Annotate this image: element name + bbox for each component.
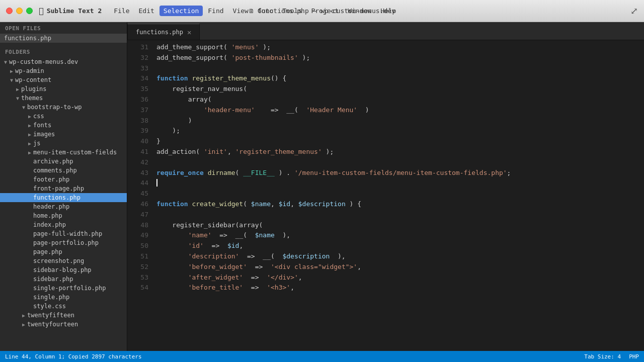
expand-arrow: ▶ [8, 68, 15, 74]
sidebar: OPEN FILES functions.php FOLDERS ▼ wp-cu… [0, 22, 127, 351]
close-button[interactable] [6, 8, 13, 14]
menu-edit[interactable]: Edit [135, 6, 158, 16]
editor-area[interactable]: functions.php ✕ 31 32 33 34 35 36 37 38 … [127, 22, 644, 351]
tree-item-single[interactable]: single.php [0, 293, 127, 302]
tree-item-header[interactable]: header.php [0, 202, 127, 211]
tree-item-page-full-width[interactable]: page-full-width.php [0, 229, 127, 238]
tree-item-twentyfifteen[interactable]: ▶ twentyfifteen [0, 311, 127, 320]
tree-item-twentyfourteen[interactable]: ▶ twentyfourteen [0, 320, 127, 329]
tree-item-wp-admin[interactable]: ▶ wp-admin [0, 66, 127, 75]
tab-functions-php[interactable]: functions.php ✕ [127, 24, 200, 40]
tree-item-bootstrap-to-wp[interactable]: ▼ bootstrap-to-wp [0, 103, 127, 112]
menu-find[interactable]: Find [204, 6, 227, 16]
apple-logo-icon:  [39, 6, 44, 16]
window-title: 🗎 functions.php — wp-custom-menus.dev [249, 7, 395, 15]
maximize-button[interactable] [26, 8, 33, 14]
tree-item-comments[interactable]: comments.php [0, 166, 127, 175]
sidebar-open-file-functions[interactable]: functions.php [0, 34, 127, 43]
expand-arrow: ▶ [20, 322, 27, 327]
expand-arrow: ▶ [26, 132, 33, 137]
app-name: Sublime Text 2 [47, 7, 102, 15]
expand-arrow: ▶ [26, 150, 33, 155]
line-numbers: 31 32 33 34 35 36 37 38 39 40 41 42 43 4… [127, 40, 152, 351]
expand-arrow: ▶ [26, 141, 33, 146]
status-bar: Line 44, Column 1; Copied 2897 character… [0, 351, 644, 362]
tree-item-page[interactable]: page.php [0, 247, 127, 256]
tree-item-footer[interactable]: footer.php [0, 175, 127, 184]
tree-item-sidebar-blog[interactable]: sidebar-blog.php [0, 265, 127, 275]
tree-item-wp-content[interactable]: ▼ wp-content [0, 75, 127, 84]
tab-close-icon[interactable]: ✕ [187, 29, 191, 36]
tree-item-screenshot[interactable]: screenshot.png [0, 256, 127, 265]
tree-item-functions[interactable]: functions.php [0, 193, 127, 202]
menu-selection[interactable]: Selection [159, 6, 203, 16]
tree-item-wp-custom-menus[interactable]: ▼ wp-custom-menus.dev [0, 57, 127, 66]
titlebar:  Sublime Text 2 File Edit Selection Fin… [0, 0, 644, 22]
status-language: PHP [629, 353, 639, 360]
tree-item-style[interactable]: style.css [0, 302, 127, 311]
expand-arrow: ▶ [26, 114, 33, 119]
expand-arrow: ▶ [20, 313, 27, 318]
tree-item-archive[interactable]: archive.php [0, 157, 127, 166]
tab-bar: functions.php ✕ [127, 22, 644, 40]
editor-wrapper: OPEN FILES functions.php FOLDERS ▼ wp-cu… [0, 22, 644, 351]
tree-item-home[interactable]: home.php [0, 211, 127, 220]
tree-item-menu-item-custom-fields[interactable]: ▶ menu-item-custom-fields [0, 148, 127, 157]
tree-item-js[interactable]: ▶ js [0, 139, 127, 148]
expand-arrow: ▼ [14, 96, 21, 101]
tree-item-single-portfolio[interactable]: single-portfolio.php [0, 284, 127, 293]
status-position: Line 44, Column 1; Copied 2897 character… [5, 353, 142, 360]
tree-item-index[interactable]: index.php [0, 220, 127, 229]
status-tab-size: Tab Size: 4 [584, 353, 621, 360]
tree-item-front-page[interactable]: front-page.php [0, 184, 127, 193]
resize-icon: ⤢ [630, 6, 638, 16]
tab-label: functions.php [136, 29, 183, 36]
code-editor[interactable]: add_theme_support( 'menus' ); add_theme_… [152, 40, 644, 351]
menu-file[interactable]: File [110, 6, 133, 16]
tree-item-page-portfolio[interactable]: page-portfolio.php [0, 238, 127, 247]
traffic-lights [6, 8, 33, 14]
folders-header: FOLDERS [0, 46, 127, 57]
expand-arrow: ▶ [26, 123, 33, 128]
minimize-button[interactable] [16, 8, 23, 14]
tree-item-plugins[interactable]: ▶ plugins [0, 84, 127, 94]
expand-arrow: ▼ [8, 77, 15, 83]
file-icon: 🗎 [249, 8, 255, 15]
code-container[interactable]: 31 32 33 34 35 36 37 38 39 40 41 42 43 4… [127, 40, 644, 351]
status-right: Tab Size: 4 PHP [584, 353, 639, 360]
expand-arrow: ▶ [14, 86, 21, 92]
tree-item-images[interactable]: ▶ images [0, 130, 127, 139]
open-files-header: OPEN FILES [0, 22, 127, 34]
window-title-text: functions.php — wp-custom-menus.dev [258, 7, 395, 15]
content-wrapper: OPEN FILES functions.php FOLDERS ▼ wp-cu… [0, 22, 644, 362]
expand-arrow: ▼ [2, 59, 9, 65]
tree-item-sidebar[interactable]: sidebar.php [0, 275, 127, 284]
expand-arrow: ▼ [20, 105, 27, 110]
tree-item-css[interactable]: ▶ css [0, 112, 127, 121]
tree-item-themes[interactable]: ▼ themes [0, 94, 127, 103]
tree-item-fonts[interactable]: ▶ fonts [0, 121, 127, 130]
